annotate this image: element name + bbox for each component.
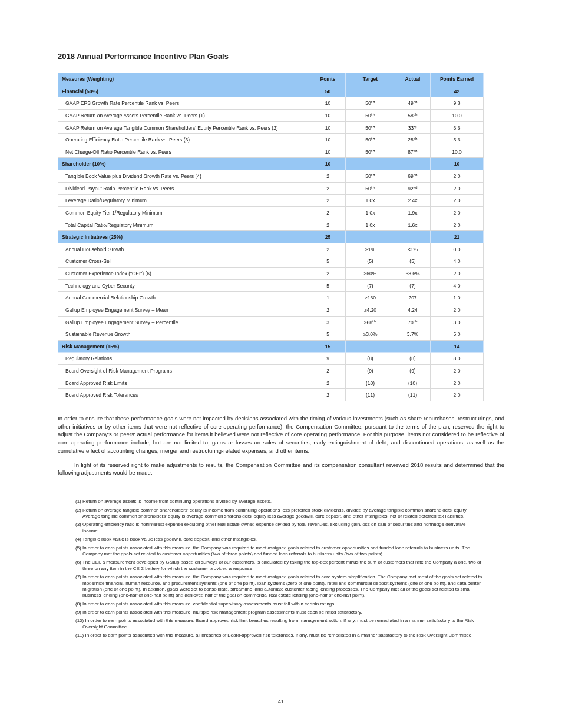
footnote-8: (8) In order to earn points associated w… — [75, 601, 483, 607]
table-row: Annual Commercial Relationship Growth1≥1… — [58, 292, 484, 304]
table-row: Common Equity Tier 1/Regulatory Minimum2… — [58, 206, 484, 219]
footnote-1: (1) Return on average assets is income f… — [75, 499, 483, 505]
table-row: Technology and Cyber Security5(7)(7)4.0 — [58, 279, 484, 292]
table-row: Net Charge-Off Ratio Percentile Rank vs.… — [58, 146, 484, 158]
section-pts: 15 — [310, 340, 346, 353]
table-header: Measures (Weighting) Points Target Actua… — [58, 73, 484, 85]
body-paragraph-1: In order to ensure that these performanc… — [58, 414, 504, 455]
table-row: Operating Efficiency Ratio Percentile Ra… — [58, 134, 484, 146]
footnote-9: (9) In order to earn points associated w… — [75, 610, 483, 615]
footnote-10: (10) In order to earn points associated … — [75, 618, 483, 630]
table-row: GAAP Return on Average Tangible Common S… — [58, 121, 484, 134]
body-paragraph-2: In light of its reserved right to make a… — [58, 461, 504, 477]
performance-table: Measures (Weighting) Points Target Actua… — [58, 73, 484, 401]
section-risk: Risk Management (15%) 15 14 — [58, 340, 484, 353]
col-target: Target — [346, 73, 395, 85]
table-row: Customer Cross-Sell5(5)(5)4.0 — [58, 255, 484, 268]
table-row: Dividend Payout Ratio Percentile Rank vs… — [58, 182, 484, 195]
table-row: Customer Experience Index ("CEI") (6)2≥6… — [58, 268, 484, 280]
section-earned: 10 — [431, 158, 484, 170]
table-row: GAAP EPS Growth Rate Percentile Rank vs.… — [58, 97, 484, 110]
table-row: GAAP Return on Average Assets Percentile… — [58, 109, 484, 121]
section-label: Shareholder (10%) — [58, 158, 310, 170]
table-row: Board Oversight of Risk Management Progr… — [58, 365, 484, 377]
page-number: 41 — [0, 699, 562, 704]
table-row: Total Capital Ratio/Regulatory Minimum21… — [58, 219, 484, 231]
section-earned: 14 — [431, 340, 484, 353]
section-pts: 50 — [310, 85, 346, 97]
table-row: Gallup Employee Engagement Survey – Mean… — [58, 304, 484, 316]
section-earned: 42 — [431, 85, 484, 97]
section-pts: 25 — [310, 231, 346, 243]
col-actual: Actual — [395, 73, 431, 85]
footnotes: (1) Return on average assets is income f… — [58, 495, 483, 638]
footnote-7: (7) In order to earn points associated w… — [75, 574, 483, 599]
section-label: Financial (50%) — [58, 85, 310, 97]
col-points-earned: Points Earned — [431, 73, 484, 85]
section-shareholder: Shareholder (10%) 10 10 — [58, 158, 484, 170]
table-row: Annual Household Growth2≥1%<1%0.0 — [58, 243, 484, 255]
section-strategic: Strategic Initiatives (25%) 25 21 — [58, 231, 484, 243]
section-label: Risk Management (15%) — [58, 340, 310, 353]
col-points: Points — [310, 73, 346, 85]
footnote-separator — [75, 495, 205, 495]
table-row: Board Approved Risk Tolerances2(11)(11)2… — [58, 389, 484, 401]
section-pts: 10 — [310, 158, 346, 170]
table-row: Gallup Employee Engagement Survey – Perc… — [58, 316, 484, 328]
section-earned: 21 — [431, 231, 484, 243]
footnote-3: (3) Operating efficiency ratio is nonint… — [75, 522, 483, 534]
footnote-4: (4) Tangible book value is book value le… — [75, 536, 483, 542]
footnote-2: (2) Return on average tangible common sh… — [75, 508, 483, 520]
section-title: 2018 Annual Performance Incentive Plan G… — [58, 52, 504, 61]
footnote-11: (11) In order to earn points associated … — [75, 633, 483, 638]
table-row: Tangible Book Value plus Dividend Growth… — [58, 170, 484, 183]
table-row: Leverage Ratio/Regulatory Minimum21.0x2.… — [58, 195, 484, 207]
section-financial: Financial (50%) 50 42 — [58, 85, 484, 97]
footnote-5: (5) In order to earn points associated w… — [75, 545, 483, 558]
table-row: Board Approved Risk Limits2(10)(10)2.0 — [58, 377, 484, 389]
table-row: Regulatory Relations9(8)(8)8.0 — [58, 353, 484, 365]
footnote-6: (6) The CEI, a measurement developed by … — [75, 559, 483, 572]
section-label: Strategic Initiatives (25%) — [58, 231, 310, 243]
col-measures: Measures (Weighting) — [58, 73, 310, 85]
table-row: Sustainable Revenue Growth5≥3.0%3.7%5.0 — [58, 328, 484, 341]
